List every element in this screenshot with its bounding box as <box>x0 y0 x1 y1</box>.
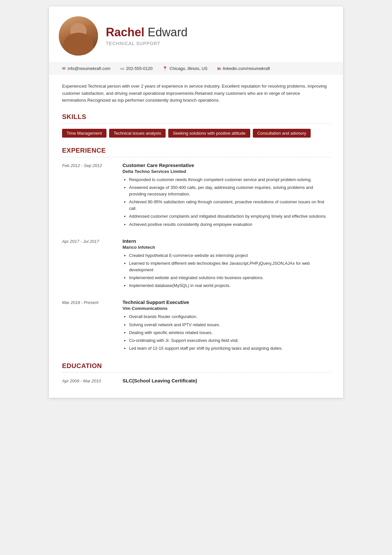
contact-location: 📍 Chicago, Illinois, US <box>162 66 207 71</box>
list-item: Addressed customer complaints and mitiga… <box>129 213 330 220</box>
exp-bullets: Responded to customer needs through comp… <box>122 177 330 228</box>
exp-bullets: Created hypothetical E-commerce website … <box>122 252 330 289</box>
job-title: TECHNICAL SUPPORT <box>106 41 330 46</box>
linkedin-icon: in <box>217 66 221 71</box>
avatar-image <box>59 16 98 56</box>
exp-company: Marico Infotech <box>122 245 330 250</box>
list-item: Overall brands Router configuration. <box>129 313 330 320</box>
full-name: Rachel Edward <box>106 26 330 39</box>
contact-phone: ▭ 202-555-0120 <box>120 66 153 71</box>
edu-degree-title: SLC(School Leaving Certificate) <box>122 378 330 383</box>
exp-date: Mar 2018 - Present <box>62 299 113 353</box>
list-item: Achieved positive results consistently d… <box>129 221 330 228</box>
experience-divider <box>62 157 330 157</box>
skill-tag: Seeking solutions with positive attitude <box>168 129 250 138</box>
education-section: EDUCATION Apr 2009 - Mar 2010SLC(School … <box>62 362 330 383</box>
list-item: Led team of 12-15 support staff per shif… <box>129 345 330 352</box>
avatar <box>59 16 98 56</box>
summary-text: Experienced Technical person with over 2… <box>62 83 330 104</box>
linkedin-text: linkedin.com/resumekraft <box>223 66 270 71</box>
resume-container: Rachel Edward TECHNICAL SUPPORT ✉ info@r… <box>49 7 343 398</box>
email-icon: ✉ <box>62 66 66 71</box>
list-item: Answered average of 350-400 calls, per d… <box>129 184 330 197</box>
first-name: Rachel <box>106 25 144 39</box>
location-icon: 📍 <box>162 66 168 71</box>
experience-entry: Feb 2012 - Sep 2012Customer Care Represe… <box>62 162 330 229</box>
list-item: Co-oridinating with Jr. Support executiv… <box>129 337 330 344</box>
education-entry: Apr 2009 - Mar 2010SLC(School Leaving Ce… <box>62 378 330 383</box>
exp-details: InternMarico InfotechCreated hypothetica… <box>122 238 330 291</box>
skills-section: SKILLS Time ManagementTechnical issues a… <box>62 113 330 138</box>
location-text: Chicago, Illinois, US <box>170 66 207 71</box>
header-section: Rachel Edward TECHNICAL SUPPORT <box>49 7 343 62</box>
header-text: Rachel Edward TECHNICAL SUPPORT <box>106 26 330 46</box>
list-item: Solving overall network and IPTV related… <box>129 322 330 328</box>
exp-details: Technical Support ExecutiveVim Communica… <box>122 299 330 353</box>
main-content: Experienced Technical person with over 2… <box>49 75 343 398</box>
last-name: Edward <box>148 25 188 39</box>
phone-icon: ▭ <box>120 66 124 71</box>
experience-entry: Mar 2018 - PresentTechnical Support Exec… <box>62 299 330 353</box>
education-title: EDUCATION <box>62 362 330 370</box>
education-divider <box>62 372 330 373</box>
skill-tag: Time Management <box>62 129 106 138</box>
contact-email: ✉ info@resumekraft.com <box>62 66 110 71</box>
exp-job-title: Intern <box>122 238 330 244</box>
exp-job-title: Customer Care Representative <box>122 162 330 168</box>
exp-company: Vim Communications <box>122 306 330 311</box>
list-item: Implemented database(MySQL) in real worl… <box>129 282 330 289</box>
list-item: Dealing with specific wireless related i… <box>129 329 330 336</box>
experience-section: EXPERIENCE Feb 2012 - Sep 2012Customer C… <box>62 147 330 353</box>
exp-company: Delta Techno Services Limited <box>122 169 330 174</box>
phone-text: 202-555-0120 <box>126 66 153 71</box>
list-item: Achieved 90-95% satisfaction rating thro… <box>129 199 330 212</box>
exp-details: Customer Care RepresentativeDelta Techno… <box>122 162 330 229</box>
contact-linkedin: in linkedin.com/resumekraft <box>217 66 270 71</box>
skills-divider <box>62 123 330 124</box>
exp-bullets: Overall brands Router configuration.Solv… <box>122 313 330 352</box>
experience-entry: Apr 2017 - Jul 2017InternMarico Infotech… <box>62 238 330 291</box>
skill-tag: Consultation and advisory <box>253 129 311 138</box>
email-text: info@resumekraft.com <box>68 66 110 71</box>
contact-bar: ✉ info@resumekraft.com ▭ 202-555-0120 📍 … <box>49 62 343 75</box>
list-item: Created hypothetical E-commerce website … <box>129 252 330 259</box>
list-item: Learned to implement different web techn… <box>129 260 330 273</box>
skill-tag: Technical issues analysis <box>109 129 166 138</box>
skills-tags: Time ManagementTechnical issues analysis… <box>62 129 330 138</box>
exp-date: Feb 2012 - Sep 2012 <box>62 162 113 229</box>
edu-details: SLC(School Leaving Certificate) <box>122 378 330 383</box>
list-item: Implemented website and integrated solut… <box>129 275 330 281</box>
edu-date: Apr 2009 - Mar 2010 <box>62 378 113 383</box>
experience-title: EXPERIENCE <box>62 147 330 154</box>
exp-date: Apr 2017 - Jul 2017 <box>62 238 113 291</box>
list-item: Responded to customer needs through comp… <box>129 177 330 183</box>
exp-job-title: Technical Support Executive <box>122 299 330 305</box>
skills-title: SKILLS <box>62 113 330 121</box>
